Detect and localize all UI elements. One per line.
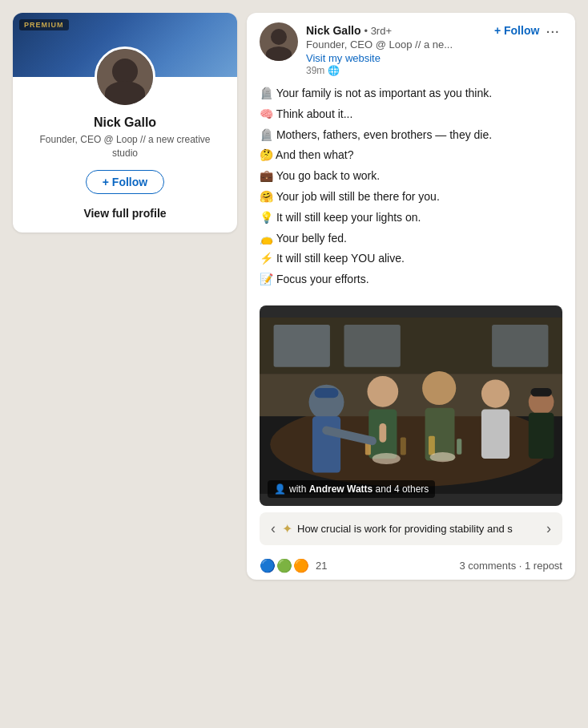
svg-rect-9 (312, 416, 340, 472)
post-time-text: 39m (306, 65, 324, 76)
post-line: 💼 You go back to work. (260, 167, 562, 186)
reaction-count: 21 (316, 560, 327, 572)
caption-text: with Andrew Watts and 4 others (289, 483, 429, 495)
svg-point-24 (430, 452, 456, 462)
avatar-wrapper (95, 47, 155, 107)
follow-button[interactable]: + Follow (86, 170, 164, 194)
post-author-title: Founder, CEO @ Loop // a ne... (306, 38, 562, 51)
post-author-name[interactable]: Nick Gallo (306, 24, 360, 37)
profile-name: Nick Gallo (26, 115, 224, 130)
post-line: 💡 It will still keep your lights on. (260, 208, 562, 228)
svg-rect-6 (492, 325, 548, 367)
post-line: 🧠 Think about it... (260, 105, 562, 124)
visit-website-link[interactable]: Visit my website (306, 52, 381, 64)
post-card: Nick Gallo • 3rd+ + Follow ··· Founder, … (247, 13, 575, 580)
post-cta-bar[interactable]: ‹ ✦ How crucial is work for providing st… (260, 512, 562, 545)
post-author-line: Nick Gallo • 3rd+ + Follow ··· (306, 22, 562, 38)
cta-prev-arrow[interactable]: ‹ (271, 520, 276, 537)
post-image[interactable]: 👤 with Andrew Watts and 4 others (260, 305, 562, 506)
svg-rect-21 (429, 436, 435, 455)
svg-rect-4 (274, 325, 330, 367)
svg-point-23 (373, 453, 401, 464)
reaction-emoji-2: 🟢 (276, 558, 292, 573)
post-line: ⚡ It will still keep YOU alive. (260, 249, 562, 269)
svg-point-10 (367, 376, 398, 407)
post-follow-button[interactable]: + Follow (494, 24, 539, 37)
profile-title: Founder, CEO @ Loop // a new creative st… (26, 133, 224, 160)
reactions: 🔵 🟢 🟠 21 (260, 558, 327, 573)
post-footer: 🔵 🟢 🟠 21 3 comments · 1 repost (247, 552, 575, 580)
svg-rect-17 (530, 388, 551, 397)
svg-rect-8 (315, 388, 339, 398)
post-line: 📝 Focus your efforts. (260, 270, 562, 289)
svg-point-14 (481, 379, 509, 407)
svg-rect-20 (401, 438, 406, 455)
post-visit-link-line: Visit my website (306, 51, 562, 65)
cta-content: ✦ How crucial is work for providing stab… (282, 521, 540, 536)
svg-rect-22 (457, 439, 461, 454)
reaction-emoji-1: 🔵 (260, 558, 276, 573)
feed: Nick Gallo • 3rd+ + Follow ··· Founder, … (247, 13, 575, 715)
profile-card: PREMIUM Nick Gallo Founder, CEO @ Loop /… (13, 13, 237, 233)
profile-banner: PREMIUM (13, 13, 237, 77)
image-caption: 👤 with Andrew Watts and 4 others (268, 480, 435, 498)
post-line: 👝 Your belly fed. (260, 229, 562, 249)
view-full-profile-link[interactable]: View full profile (26, 207, 224, 220)
person-icon: 👤 (274, 483, 286, 495)
post-degree: • 3rd+ (364, 25, 392, 37)
post-line: 🪦 Mothers, fathers, even brothers — they… (260, 126, 562, 145)
avatar-image (97, 49, 153, 105)
sidebar: PREMIUM Nick Gallo Founder, CEO @ Loop /… (13, 13, 237, 715)
reaction-emojis: 🔵 🟢 🟠 (260, 558, 309, 573)
post-meta: Nick Gallo • 3rd+ + Follow ··· Founder, … (306, 22, 562, 76)
post-author-avatar[interactable] (260, 22, 298, 61)
more-options-button[interactable]: ··· (542, 22, 562, 38)
post-line: 🤗 Your job will still be there for you. (260, 188, 562, 207)
post-line: 🤔 And then what? (260, 146, 562, 165)
cta-text: How crucial is work for providing stabil… (297, 523, 513, 535)
globe-icon: 🌐 (328, 65, 340, 76)
avatar (95, 47, 155, 107)
svg-rect-15 (481, 409, 509, 459)
post-time: 39m 🌐 (306, 65, 562, 76)
post-header: Nick Gallo • 3rd+ + Follow ··· Founder, … (247, 13, 575, 76)
post-content: 🪦 Your family is not as important as you… (247, 76, 575, 299)
svg-rect-18 (529, 413, 554, 459)
cta-diamond-icon: ✦ (282, 521, 292, 536)
svg-rect-5 (344, 325, 400, 367)
svg-point-12 (422, 371, 456, 405)
cta-next-arrow[interactable]: › (546, 520, 551, 537)
premium-badge: PREMIUM (19, 19, 69, 30)
post-line: 🪦 Your family is not as important as you… (260, 84, 562, 103)
post-stats: 3 comments · 1 repost (459, 560, 562, 572)
reaction-emoji-3: 🟠 (293, 558, 309, 573)
